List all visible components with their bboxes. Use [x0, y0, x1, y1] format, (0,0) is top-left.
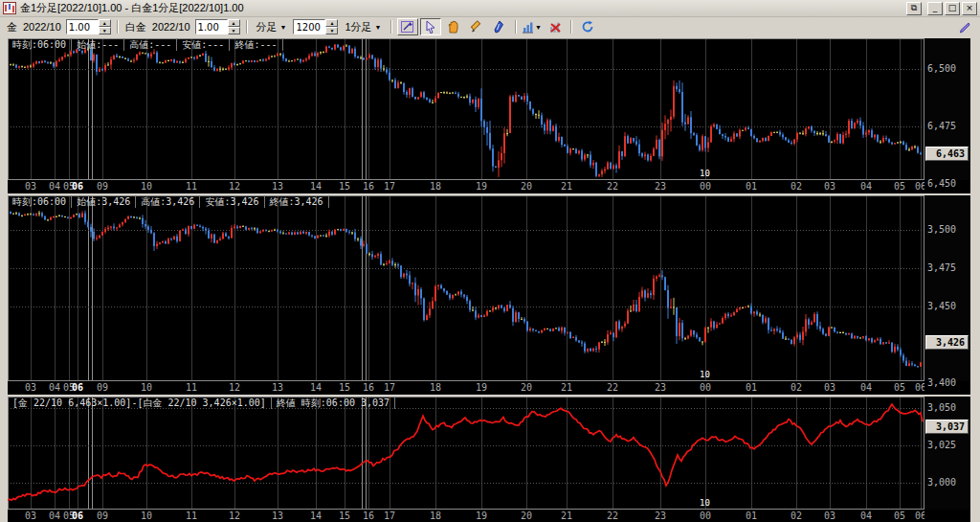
chart-window: 金1分足[2022/10]1.00 - 白金1分足[2022/10]1.00 ⧉… [0, 0, 980, 522]
platinum-multiplier-input[interactable] [195, 19, 228, 34]
current-price-box: 6,463 [925, 147, 969, 161]
gold-price-axis[interactable]: 6,5006,4756,4506,463 [924, 38, 970, 180]
x-axis-label: 12 [223, 511, 246, 521]
bar-count-down-button[interactable]: ▼ [325, 27, 338, 34]
platinum-chart-panel: 時刻:06:00始値:3,426高値:3,426安値:3,426終値:3,426… [8, 195, 970, 395]
x-axis-label: 01 [740, 382, 763, 393]
x-axis-label: 19 [470, 511, 493, 521]
toolbar-separator [570, 20, 572, 34]
x-axis-label: 14 [304, 181, 327, 192]
chevron-down-icon: ▼ [280, 24, 287, 31]
y-axis-label: 3,000 [927, 477, 956, 488]
x-axis-label: 23 [649, 181, 672, 192]
day-label: 10 [700, 370, 710, 379]
x-axis-label: 09 [91, 181, 114, 192]
x-axis-label: 13 [266, 181, 289, 192]
x-axis-label: 12 [223, 181, 246, 192]
y-axis-label: 6,450 [927, 178, 956, 189]
platinum-contract-month: 2022/10 [152, 21, 190, 33]
refresh-button[interactable] [577, 18, 598, 35]
x-axis-label: 23 [649, 511, 672, 521]
x-axis-label: 06 [909, 382, 924, 393]
restore-window-button[interactable]: ⧉ [906, 2, 922, 15]
period-dropdown[interactable]: 1分足▼ [342, 19, 384, 35]
toolbar-separator [246, 20, 248, 34]
minimize-button[interactable]: _ [927, 2, 943, 15]
x-axis-label: 09 [91, 511, 114, 521]
chart-delete-x-icon [548, 21, 562, 34]
x-axis-label: 15 [333, 511, 356, 521]
platinum-mult-up-button[interactable]: ▲ [228, 19, 240, 27]
header-field: 始値:--- [72, 38, 124, 51]
header-field: 始値:3,426 [72, 195, 136, 208]
x-axis-label: 11 [180, 181, 203, 192]
x-axis-label: 10 [135, 181, 158, 192]
x-axis-label: 03 [19, 181, 42, 192]
gold-mult-down-button[interactable]: ▼ [99, 27, 111, 34]
x-axis-label: 06 [66, 382, 89, 393]
chart-workspace: 時刻:06:00始値:---高値:---安値:---終値:--- 10 6,50… [0, 36, 980, 522]
y-axis-label: 3,400 [927, 377, 956, 388]
window-title: 金1分足[2022/10]1.00 - 白金1分足[2022/10]1.00 [20, 1, 244, 15]
y-axis-label: 3,450 [927, 301, 956, 311]
platinum-multiplier-spinner: ▲ ▼ [195, 19, 240, 34]
close-button[interactable]: × [962, 2, 977, 15]
x-axis-label: 02 [785, 382, 808, 393]
x-axis-label: 14 [304, 382, 327, 393]
properties-pen-button[interactable] [953, 18, 974, 35]
bar-count-up-button[interactable]: ▲ [325, 19, 338, 27]
x-axis-label: 04 [855, 181, 878, 192]
header-field: 終値 時刻:06:00 3,037 [272, 397, 395, 409]
refresh-icon [581, 20, 594, 34]
header-field: 時刻:06:00 [8, 195, 72, 208]
spread-price-axis[interactable]: 3,0503,0253,0003,037 [924, 397, 970, 510]
chart-type-dropdown-button[interactable]: ▼ [522, 18, 543, 35]
gold-chart-plot[interactable]: 10 [8, 38, 924, 180]
pen-annotate-tool-button[interactable] [489, 18, 510, 35]
pencil-draw-tool-button[interactable] [466, 18, 487, 35]
crosshair-chart-tool-button[interactable] [397, 18, 418, 35]
header-field: 高値:3,426 [136, 195, 200, 208]
header-field: 安値:3,426 [200, 195, 264, 208]
title-bar[interactable]: 金1分足[2022/10]1.00 - 白金1分足[2022/10]1.00 ⧉… [0, 0, 980, 17]
current-price-box: 3,037 [925, 420, 969, 434]
spread-chart-plot[interactable]: 10 [8, 397, 924, 510]
x-axis-label: 18 [424, 511, 447, 521]
spread-time-axis[interactable]: 0304050609101112131415161718192021222300… [8, 510, 924, 522]
platinum-price-axis[interactable]: 3,5003,4753,4503,4003,426 [924, 195, 970, 381]
x-axis-label: 00 [694, 181, 717, 192]
bar-count-input[interactable] [293, 19, 325, 34]
pan-hand-tool-button[interactable] [443, 18, 464, 35]
x-axis-label: 18 [424, 181, 447, 192]
purple-pen-icon [958, 21, 970, 34]
platinum-time-axis[interactable]: 0304050609101112131415161718192021222300… [8, 381, 924, 395]
x-axis-label: 11 [180, 382, 203, 393]
gold-time-axis[interactable]: 0304050609101112131415161718192021222300… [8, 180, 924, 193]
x-axis-label: 13 [266, 511, 289, 521]
pencil-icon [470, 20, 483, 34]
x-axis-label: 10 [135, 382, 158, 393]
x-axis-label: 15 [333, 382, 356, 393]
platinum-mult-down-button[interactable]: ▼ [228, 27, 240, 34]
x-axis-label: 16 [357, 382, 380, 393]
toolbar-separator [390, 20, 392, 34]
x-axis-label: 03 [19, 511, 42, 521]
platinum-chart-plot[interactable]: 10 [8, 195, 924, 381]
x-axis-label: 05 [888, 181, 911, 192]
day-label: 10 [700, 169, 710, 178]
x-axis-label: 01 [740, 181, 763, 192]
x-axis-label: 10 [135, 511, 158, 521]
maximize-button[interactable]: □ [945, 2, 960, 15]
interval-type-dropdown[interactable]: 分足▼ [254, 19, 290, 35]
y-axis-label: 3,500 [927, 224, 956, 235]
x-axis-label: 21 [555, 181, 578, 192]
x-axis-label: 04 [855, 511, 878, 521]
gold-contract-month: 2022/10 [23, 21, 61, 33]
gold-mult-up-button[interactable]: ▲ [99, 19, 111, 27]
x-axis-label: 00 [694, 382, 717, 393]
x-axis-label: 06 [66, 181, 89, 192]
select-arrow-tool-button[interactable] [420, 18, 441, 35]
gold-multiplier-input[interactable] [66, 19, 99, 34]
x-axis-label: 11 [180, 511, 203, 521]
delete-chart-button[interactable] [545, 18, 566, 35]
